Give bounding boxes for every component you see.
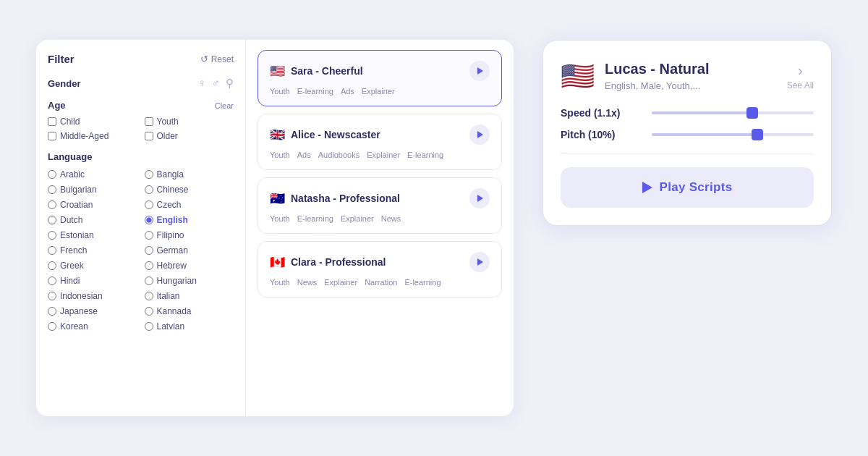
natasha-play-icon [477, 195, 483, 202]
clara-tag-youth: Youth [270, 278, 290, 287]
lang-latvian[interactable]: Latvian [145, 321, 234, 332]
filter-sidebar: Filter ↺ Reset Gender ♀ ♂ ⚲ Age Clear [36, 40, 246, 416]
lang-estonian[interactable]: Estonian [48, 230, 137, 240]
lang-czech[interactable]: Czech [145, 200, 234, 210]
voice-card-sara[interactable]: 🇺🇸 Sara - Cheerful Youth E-learning Ads … [258, 50, 502, 106]
lang-bulgarian[interactable]: Bulgarian [48, 185, 137, 195]
clara-tag-narration: Narration [365, 278, 397, 287]
natasha-tag-news: News [381, 214, 401, 223]
gender-label: Gender [48, 78, 81, 89]
voice-card-clara[interactable]: 🇨🇦 Clara - Professional Youth News Expla… [258, 241, 502, 297]
alice-play-button[interactable] [469, 124, 490, 145]
clara-tag-elearning: E-learning [404, 278, 441, 287]
lang-chinese[interactable]: Chinese [145, 185, 234, 195]
lang-indonesian[interactable]: Indonesian [48, 291, 137, 301]
female-gender-icon[interactable]: ♀ [198, 77, 206, 90]
alice-tag-youth: Youth [270, 151, 290, 159]
lang-german[interactable]: German [145, 245, 234, 256]
age-child[interactable]: Child [48, 117, 137, 127]
right-panel: 🇺🇸 Lucas - Natural English, Male, Youth,… [542, 40, 832, 226]
age-older-label: Older [157, 131, 178, 141]
play-scripts-label: Play Scripts [660, 180, 733, 195]
lang-hungarian[interactable]: Hungarian [145, 276, 234, 286]
see-all-label[interactable]: See All [787, 80, 814, 90]
reset-button[interactable]: ↺ Reset [200, 54, 234, 64]
clara-name: Clara - Professional [291, 256, 386, 268]
gender-icons: ♀ ♂ ⚲ [198, 77, 234, 90]
lang-hebrew[interactable]: Hebrew [145, 261, 234, 271]
natasha-play-button[interactable] [469, 188, 490, 208]
lang-hindi[interactable]: Hindi [48, 276, 137, 286]
voice-card-natasha[interactable]: 🇦🇺 Natasha - Professional Youth E-learni… [258, 177, 502, 234]
left-panel: Filter ↺ Reset Gender ♀ ♂ ⚲ Age Clear [36, 40, 514, 416]
reset-label: Reset [211, 54, 234, 64]
lang-italian[interactable]: Italian [145, 291, 234, 301]
sara-play-button[interactable] [469, 61, 490, 81]
age-youth[interactable]: Youth [145, 117, 234, 127]
age-middle-aged-label: Middle-Aged [60, 131, 109, 141]
lang-dutch[interactable]: Dutch [48, 215, 137, 225]
lang-filipino[interactable]: Filipino [145, 230, 234, 240]
age-child-label: Child [60, 117, 80, 127]
filter-header: Filter ↺ Reset [48, 53, 234, 65]
clara-tag-explainer: Explainer [324, 278, 357, 287]
slider-section: Speed (1.1x) Pitch (10%) [561, 107, 814, 140]
sara-flag: 🇺🇸 [270, 64, 285, 79]
play-scripts-button[interactable]: Play Scripts [561, 167, 814, 208]
age-older-checkbox[interactable] [145, 132, 153, 140]
voice-card-alice-header: 🇬🇧 Alice - Newscaster [270, 124, 490, 145]
pitch-slider-track[interactable] [652, 133, 814, 136]
age-middle-aged[interactable]: Middle-Aged [48, 131, 137, 141]
lang-english[interactable]: English [145, 215, 234, 225]
male-gender-icon[interactable]: ♂ [212, 77, 220, 90]
alice-tag-audiobooks: Audiobooks [318, 151, 360, 159]
age-options: Child Youth Middle-Aged Older [48, 117, 234, 141]
lang-bangla[interactable]: Bangla [145, 169, 234, 180]
divider [561, 153, 814, 154]
age-clear-button[interactable]: Clear [215, 101, 234, 110]
main-container: Filter ↺ Reset Gender ♀ ♂ ⚲ Age Clear [22, 25, 846, 431]
pitch-slider-row: Pitch (10%) [561, 129, 814, 140]
alice-name: Alice - Newscaster [291, 129, 380, 140]
lang-french[interactable]: French [48, 245, 137, 256]
alice-flag: 🇬🇧 [270, 127, 285, 143]
lang-greek[interactable]: Greek [48, 261, 137, 271]
detail-name-block: Lucas - Natural English, Male, Youth,... [605, 61, 709, 91]
voice-list: 🇺🇸 Sara - Cheerful Youth E-learning Ads … [246, 40, 514, 416]
voice-detail-left: 🇺🇸 Lucas - Natural English, Male, Youth,… [561, 61, 709, 91]
natasha-tag-elearning: E-learning [297, 214, 333, 223]
voice-detail-header: 🇺🇸 Lucas - Natural English, Male, Youth,… [561, 61, 814, 91]
age-label: Age [48, 100, 66, 111]
lang-arabic[interactable]: Arabic [48, 169, 137, 180]
alice-tag-ads: Ads [297, 151, 311, 159]
age-youth-checkbox[interactable] [145, 117, 153, 126]
age-older[interactable]: Older [145, 131, 234, 141]
lang-japanese[interactable]: Japanese [48, 306, 137, 316]
sara-name: Sara - Cheerful [291, 65, 363, 77]
reset-icon: ↺ [200, 54, 208, 64]
age-middle-aged-checkbox[interactable] [48, 132, 56, 140]
filter-title: Filter [48, 53, 75, 65]
voice-card-sara-header: 🇺🇸 Sara - Cheerful [270, 61, 490, 81]
pitch-slider-thumb[interactable] [752, 129, 763, 140]
age-youth-label: Youth [157, 117, 179, 127]
language-label: Language [48, 151, 234, 162]
lang-kannada[interactable]: Kannada [145, 306, 234, 316]
lang-croatian[interactable]: Croatian [48, 200, 137, 210]
clara-tags: Youth News Explainer Narration E-learnin… [270, 278, 490, 287]
detail-name: Lucas - Natural [605, 61, 709, 77]
alice-play-icon [477, 131, 483, 138]
clara-play-icon [477, 258, 483, 266]
lang-korean[interactable]: Korean [48, 321, 137, 332]
age-child-checkbox[interactable] [48, 117, 56, 126]
speed-label: Speed (1.1x) [561, 107, 640, 119]
clara-play-button[interactable] [469, 252, 490, 272]
chevron-right-icon[interactable]: › [798, 62, 803, 79]
speed-slider-thumb[interactable] [746, 107, 758, 119]
clara-flag: 🇨🇦 [270, 255, 285, 270]
voice-card-alice[interactable]: 🇬🇧 Alice - Newscaster Youth Ads Audioboo… [258, 114, 502, 170]
other-gender-icon[interactable]: ⚲ [226, 77, 234, 90]
speed-slider-track[interactable] [652, 111, 814, 114]
speed-slider-fill [652, 111, 752, 114]
voice-sara-name-row: 🇺🇸 Sara - Cheerful [270, 64, 363, 79]
